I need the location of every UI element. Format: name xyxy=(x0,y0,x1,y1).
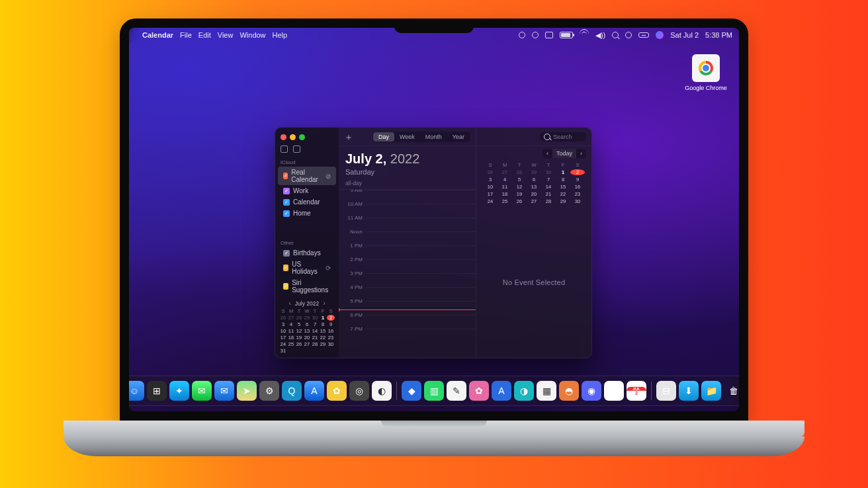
view-segmented-control[interactable]: Day Week Month Year xyxy=(372,132,470,142)
segment-month[interactable]: Month xyxy=(420,132,447,142)
mini-day[interactable]: 26 xyxy=(483,169,498,175)
mini-day[interactable]: 7 xyxy=(311,321,319,327)
mini-day[interactable]: 28 xyxy=(311,341,319,347)
mini-day[interactable]: 30 xyxy=(541,169,556,175)
mini-day[interactable]: 4 xyxy=(287,321,295,327)
mini-day[interactable]: 15 xyxy=(319,328,327,334)
mini-day[interactable] xyxy=(327,348,335,354)
menubar-extra-icon[interactable] xyxy=(519,32,525,38)
dock-trash[interactable]: 🗑 xyxy=(724,381,739,401)
mini-day[interactable]: 27 xyxy=(527,198,541,204)
mini-day[interactable]: 28 xyxy=(541,198,556,204)
share-icon[interactable]: ⊘ xyxy=(326,173,331,180)
mini-day[interactable]: 7 xyxy=(541,177,556,183)
mini-day[interactable]: 15 xyxy=(556,184,570,190)
sidebar-item[interactable]: ✓Calendar xyxy=(278,196,336,208)
mini-day[interactable]: 26 xyxy=(295,341,303,347)
mini-day[interactable]: 5 xyxy=(512,177,527,183)
mini-day[interactable]: 13 xyxy=(527,184,541,190)
sidebar-item[interactable]: ✓Work xyxy=(278,185,336,196)
mini-day[interactable]: 25 xyxy=(287,341,295,347)
mini-day[interactable]: 6 xyxy=(303,321,311,327)
dock-calendar[interactable]: JUL2 xyxy=(627,381,646,401)
share-icon[interactable]: ⟳ xyxy=(326,264,331,272)
mini-prev-button[interactable]: ‹ xyxy=(288,300,290,307)
mini-day[interactable]: 21 xyxy=(311,335,319,341)
search-icon[interactable] xyxy=(612,32,619,38)
mini-day[interactable]: 16 xyxy=(570,184,585,190)
checkbox-icon[interactable]: ✓ xyxy=(283,173,288,179)
mini-day[interactable]: 1 xyxy=(319,315,327,321)
zoom-button[interactable] xyxy=(299,134,305,140)
menubar-time[interactable]: 5:38 PM xyxy=(705,31,732,39)
sidebar-item[interactable]: ✓Siri Suggestions xyxy=(278,277,336,296)
mini-day[interactable]: 9 xyxy=(327,321,335,327)
mini-day[interactable]: 29 xyxy=(527,169,541,175)
battery-icon[interactable] xyxy=(560,32,573,38)
mini-day[interactable]: 14 xyxy=(541,184,556,190)
dock-appstore[interactable]: A xyxy=(304,381,324,401)
dock-numbers[interactable]: ▥ xyxy=(424,381,444,401)
all-day-row[interactable]: all-day xyxy=(339,177,476,190)
mini-day[interactable]: 23 xyxy=(327,335,335,341)
mini-day[interactable]: 19 xyxy=(295,335,303,341)
checkbox-icon[interactable]: ✓ xyxy=(283,188,290,194)
sidebar-item[interactable]: ✓US Holidays⟳ xyxy=(278,259,336,277)
mini-day[interactable]: 27 xyxy=(498,169,512,175)
mini-day[interactable]: 21 xyxy=(541,191,556,197)
mini-day[interactable]: 2 xyxy=(570,169,585,175)
mini-day[interactable]: 30 xyxy=(311,315,319,321)
mini-day[interactable]: 17 xyxy=(279,335,287,341)
app-menu[interactable]: Calendar xyxy=(142,31,173,39)
sound-icon[interactable]: ◀︎)) xyxy=(595,31,605,40)
mini-day[interactable]: 29 xyxy=(303,315,311,321)
dock-discord[interactable]: ◉ xyxy=(582,381,601,401)
mini-day[interactable]: 5 xyxy=(295,321,303,327)
mini-day[interactable]: 2 xyxy=(327,315,335,321)
calendar-icon[interactable] xyxy=(281,145,288,153)
mini-day[interactable]: 17 xyxy=(483,191,498,197)
dock-finder[interactable]: ☺ xyxy=(129,381,144,401)
prev-day-button[interactable]: ‹ xyxy=(542,149,552,158)
add-event-button[interactable]: ＋ xyxy=(344,132,353,142)
dock-app[interactable]: ◆ xyxy=(402,381,421,401)
mini-day[interactable] xyxy=(319,348,327,354)
menu-view[interactable]: View xyxy=(218,31,234,39)
mini-day[interactable]: 8 xyxy=(556,177,570,183)
dock-quicktime[interactable]: Q xyxy=(282,381,302,401)
mini-day[interactable]: 26 xyxy=(279,315,287,321)
mini-day[interactable]: 30 xyxy=(570,198,585,204)
mini-day[interactable]: 22 xyxy=(319,335,327,341)
dock-app[interactable]: ✎ xyxy=(447,381,466,401)
mini-day[interactable]: 16 xyxy=(327,328,335,334)
checkbox-icon[interactable]: ✓ xyxy=(283,210,290,217)
mini-day[interactable]: 20 xyxy=(527,191,541,197)
segment-day[interactable]: Day xyxy=(373,132,394,142)
checkbox-icon[interactable]: ✓ xyxy=(283,199,290,206)
mini-day[interactable]: 9 xyxy=(570,177,585,183)
menubar-date[interactable]: Sat Jul 2 xyxy=(670,31,699,39)
mini-day[interactable]: 22 xyxy=(556,191,570,197)
checkbox-icon[interactable]: ✓ xyxy=(283,283,288,290)
mini-day[interactable]: 4 xyxy=(498,177,512,183)
dock-trello[interactable]: ▦ xyxy=(537,381,556,401)
menu-file[interactable]: File xyxy=(180,31,192,39)
sidebar-item[interactable]: ✓Birthdays xyxy=(278,247,336,259)
desktop-icon-chrome[interactable]: Google Chrome xyxy=(685,54,727,91)
sidebar-item[interactable]: ✓Home xyxy=(278,208,336,219)
dock-messages[interactable]: ✉ xyxy=(192,381,212,401)
dock-app[interactable]: ✿ xyxy=(469,381,489,401)
segment-week[interactable]: Week xyxy=(394,132,420,142)
mini-day[interactable]: 20 xyxy=(303,335,311,341)
dock-app[interactable]: ◐ xyxy=(372,381,392,401)
mini-day[interactable] xyxy=(303,348,311,354)
mini-day[interactable]: 13 xyxy=(303,328,311,334)
display-icon[interactable] xyxy=(545,32,553,38)
sidebar-item[interactable]: ✓Real Calendar⊘ xyxy=(278,167,336,185)
mini-day[interactable]: 18 xyxy=(498,191,512,197)
mini-day[interactable]: 29 xyxy=(556,198,570,204)
menu-help[interactable]: Help xyxy=(273,31,288,39)
dock-app[interactable]: ✿ xyxy=(327,381,347,401)
control-center-icon[interactable] xyxy=(638,32,649,38)
hour-grid[interactable]: 9 AM10 AM11 AMNoon1 PM2 PM3 PM4 PM5 PM6 … xyxy=(339,190,476,358)
